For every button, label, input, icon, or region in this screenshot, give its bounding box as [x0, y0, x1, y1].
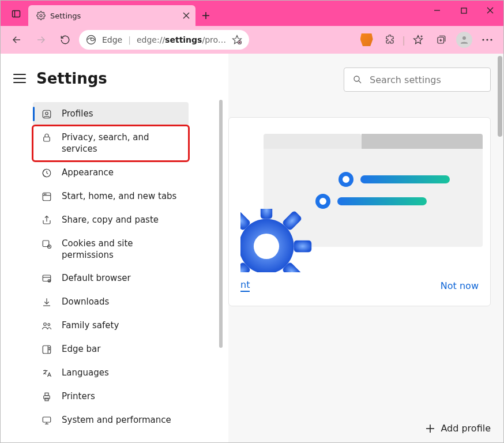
nav-share[interactable]: Share, copy and paste [33, 208, 189, 232]
svg-point-29 [46, 112, 48, 115]
card-illustration [240, 134, 479, 266]
browser-icon [41, 273, 52, 284]
forward-button[interactable] [31, 29, 51, 50]
svg-point-2 [40, 14, 42, 17]
nav-privacy[interactable]: Privacy, search, and services [33, 126, 189, 161]
nav-family[interactable]: Family safety [33, 314, 189, 337]
favorite-icon[interactable] [232, 35, 242, 45]
favorites-button[interactable] [408, 29, 428, 50]
nav-downloads[interactable]: Downloads [33, 290, 189, 314]
system-icon [41, 415, 52, 426]
profile-icon [41, 108, 52, 120]
svg-point-26 [486, 39, 488, 40]
edge-logo-icon [86, 35, 96, 45]
extension-metamask[interactable] [356, 29, 377, 50]
svg-rect-30 [44, 137, 50, 142]
window-minimize-button[interactable] [424, 1, 450, 20]
gear-icon [36, 11, 46, 20]
nav-default-browser[interactable]: Default browser [33, 266, 189, 290]
new-tab-button[interactable] [195, 5, 216, 26]
main-scrollbar[interactable] [498, 56, 502, 137]
nav-start[interactable]: Start, home, and new tabs [33, 185, 189, 208]
browser-toolbar: Edge | edge://settings/pro… | [1, 26, 503, 54]
profile-signin-card: nt Not now [228, 117, 491, 306]
svg-point-27 [490, 39, 492, 40]
grid-icon [41, 191, 52, 202]
svg-line-60 [359, 81, 361, 83]
sidebar-icon [41, 344, 52, 355]
search-placeholder: Search settings [370, 74, 441, 85]
avatar-icon [456, 32, 472, 48]
plus-icon [426, 424, 435, 433]
search-settings-input[interactable]: Search settings [344, 67, 491, 92]
cookies-icon [41, 238, 52, 250]
nav-profiles[interactable]: Profiles [33, 102, 189, 126]
tab-actions-button[interactable] [6, 4, 26, 24]
svg-point-59 [354, 76, 359, 81]
settings-title: Settings [36, 70, 107, 87]
nav-system[interactable]: System and performance [33, 408, 189, 432]
settings-sidebar: Settings Profiles Privacy, search, and s… [1, 54, 228, 442]
svg-rect-55 [45, 398, 48, 401]
svg-rect-8 [461, 8, 467, 13]
more-button[interactable] [477, 29, 498, 50]
extensions-button[interactable] [379, 29, 400, 50]
profile-button[interactable] [454, 29, 475, 50]
nav-languages[interactable]: Languages [33, 361, 189, 385]
lock-icon [41, 132, 52, 144]
back-button[interactable] [6, 29, 27, 50]
address-bar[interactable]: Edge | edge://settings/pro… [79, 30, 249, 50]
svg-point-36 [44, 193, 45, 194]
collections-button[interactable] [431, 29, 452, 50]
language-icon [41, 367, 52, 379]
svg-point-46 [44, 323, 47, 326]
svg-point-70 [254, 234, 279, 259]
browser-tab-settings[interactable]: Settings [28, 5, 195, 26]
svg-point-51 [49, 349, 50, 350]
nav-printers[interactable]: Printers [33, 385, 189, 408]
not-now-link[interactable]: Not now [441, 280, 479, 291]
close-tab-icon[interactable] [183, 12, 190, 19]
svg-rect-41 [43, 275, 51, 281]
svg-rect-62 [261, 209, 272, 219]
content-area: Settings Profiles Privacy, search, and s… [1, 54, 503, 442]
add-profile-button[interactable]: Add profile [426, 423, 491, 434]
svg-point-47 [48, 324, 50, 326]
addr-brand: Edge [102, 35, 122, 44]
reload-button[interactable] [55, 29, 76, 50]
addr-separator: | [128, 35, 131, 44]
settings-main: Search settings [228, 54, 503, 442]
menu-icon[interactable] [13, 74, 26, 83]
download-icon [41, 296, 52, 308]
nav-cookies[interactable]: Cookies and site permissions [33, 232, 189, 267]
share-icon [41, 215, 52, 226]
window-close-button[interactable] [477, 1, 503, 20]
addr-url: edge://settings/pro… [137, 35, 226, 44]
appearance-icon [41, 167, 52, 179]
svg-point-25 [482, 39, 484, 40]
svg-rect-54 [45, 393, 48, 396]
svg-marker-18 [414, 36, 423, 44]
tab-title: Settings [50, 12, 81, 20]
svg-point-37 [46, 193, 46, 194]
settings-nav: Profiles Privacy, search, and services A… [33, 102, 189, 432]
nav-edgebar[interactable]: Edge bar [33, 337, 189, 361]
sidebar-scrollbar[interactable] [219, 100, 223, 348]
svg-line-33 [47, 173, 48, 174]
window-maximize-button[interactable] [450, 1, 477, 20]
svg-rect-56 [43, 417, 51, 422]
family-icon [41, 320, 52, 332]
nav-appearance[interactable]: Appearance [33, 161, 189, 185]
svg-point-50 [49, 347, 50, 348]
svg-rect-0 [13, 11, 20, 17]
titlebar: Settings [1, 1, 503, 26]
fox-icon [360, 33, 373, 46]
svg-rect-64 [294, 241, 312, 252]
printer-icon [41, 391, 52, 403]
search-icon [352, 74, 363, 85]
signin-link[interactable]: nt [240, 279, 250, 292]
svg-point-24 [462, 36, 466, 40]
